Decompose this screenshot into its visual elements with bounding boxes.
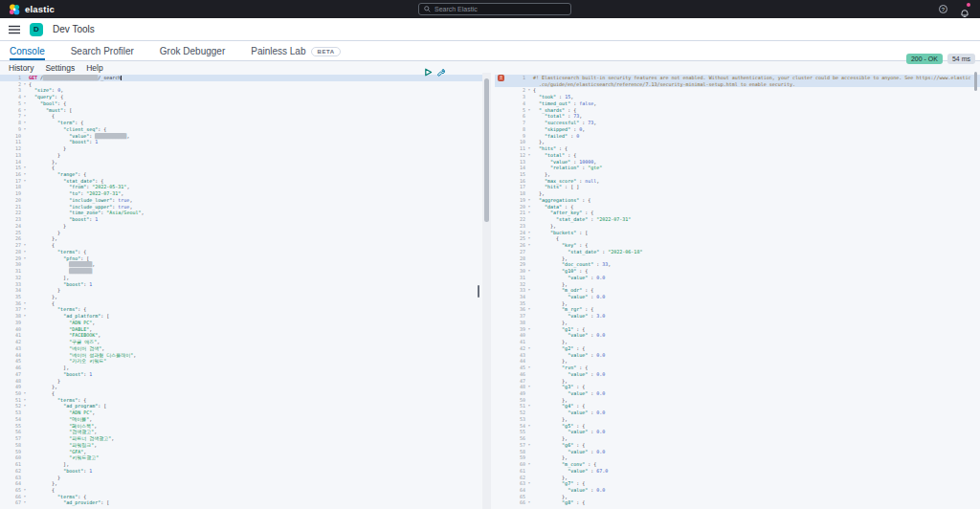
code-line[interactable]: 52 "value" : 0.0 <box>495 409 980 416</box>
notifications-icon[interactable] <box>960 5 969 14</box>
code-line[interactable]: 21▾ "after_key" : { <box>495 210 980 216</box>
code-line[interactable]: 1GET /███████████████████/_search <box>0 75 482 81</box>
fold-caret-icon[interactable] <box>21 326 29 333</box>
tab-painless-lab[interactable]: Painless Lab BETA <box>251 46 341 60</box>
fold-caret-icon[interactable]: ▾ <box>21 113 29 120</box>
code-line[interactable]: 22 "time_zone": "Asia/Seoul", <box>0 210 482 216</box>
fold-caret-icon[interactable]: ▾ <box>21 487 29 494</box>
code-line[interactable]: 19▾ "aggregations" : { <box>495 197 980 204</box>
code-line[interactable]: 16 "max_score" : null, <box>495 178 980 185</box>
fold-caret-icon[interactable] <box>525 113 533 120</box>
code-line[interactable]: 29▾ "pfno": [ <box>0 255 482 262</box>
code-line[interactable]: 26 }, <box>0 235 482 242</box>
code-line[interactable]: 49 }, <box>0 384 482 390</box>
fold-caret-icon[interactable]: ▾ <box>525 230 533 236</box>
fold-caret-icon[interactable] <box>21 365 29 371</box>
code-line[interactable]: 50 }, <box>495 397 980 404</box>
fold-caret-icon[interactable] <box>525 468 533 475</box>
code-line[interactable]: 42▾ "g2" : { <box>495 345 980 352</box>
fold-caret-icon[interactable] <box>525 261 533 268</box>
fold-caret-icon[interactable]: ▾ <box>21 178 29 185</box>
fold-caret-icon[interactable] <box>525 294 533 300</box>
fold-caret-icon[interactable]: ▾ <box>525 235 533 242</box>
code-line[interactable]: 27▾ { <box>0 242 482 249</box>
fold-caret-icon[interactable] <box>525 313 533 320</box>
fold-caret-icon[interactable]: ▾ <box>21 242 29 249</box>
fold-caret-icon[interactable]: ▾ <box>21 120 29 126</box>
fold-caret-icon[interactable]: ▾ <box>525 442 533 449</box>
code-line[interactable]: 30 ████████, <box>0 261 482 268</box>
fold-caret-icon[interactable] <box>21 223 29 230</box>
code-line[interactable]: 10 "value": ███████████, <box>0 133 482 140</box>
tab-search-profiler[interactable]: Search Profiler <box>71 46 134 60</box>
code-line[interactable]: 5▾ "bool": { <box>0 100 482 107</box>
code-line[interactable]: 60 "키워드광고" <box>0 454 482 461</box>
tab-console[interactable]: Console <box>10 46 45 60</box>
code-line[interactable]: 28▾ "terms": { <box>0 249 482 255</box>
code-line[interactable]: 24▾ "buckets" : [ <box>495 230 980 236</box>
code-line[interactable]: 45▾ "rvn" : { <box>495 365 980 371</box>
fold-caret-icon[interactable] <box>21 133 29 140</box>
code-line[interactable]: 67▾ "ad_provider": [ <box>0 499 482 506</box>
code-line[interactable]: 44 }, <box>495 358 980 365</box>
fold-caret-icon[interactable]: ▾ <box>525 107 533 114</box>
code-line[interactable]: 17▾ "stat_date": { <box>0 178 482 185</box>
code-line[interactable]: 34 "value" : 0.0 <box>495 294 980 300</box>
code-line[interactable]: 49 "value" : 0.0 <box>495 390 980 397</box>
code-line[interactable]: 6 "total" : 73, <box>495 113 980 120</box>
fold-caret-icon[interactable]: ▾ <box>525 145 533 152</box>
fold-caret-icon[interactable] <box>21 345 29 352</box>
fold-caret-icon[interactable] <box>21 190 29 197</box>
code-line[interactable]: 20 "include_lower": true, <box>0 197 482 204</box>
code-line[interactable]: 23 }, <box>495 223 980 230</box>
fold-caret-icon[interactable]: ▾ <box>21 126 29 133</box>
code-line[interactable]: 43 "value" : 0.0 <box>495 352 980 359</box>
code-line[interactable]: 7▾ { <box>0 113 482 120</box>
fold-caret-icon[interactable] <box>525 275 533 281</box>
code-line[interactable]: 42 "구글 애즈", <box>0 339 482 345</box>
global-search-input[interactable]: Search Elastic <box>418 3 571 15</box>
code-line[interactable]: 39▾ "g1" : { <box>495 326 980 333</box>
help-link[interactable]: Help <box>86 63 102 73</box>
fold-caret-icon[interactable]: ▾ <box>21 397 29 404</box>
fold-caret-icon[interactable]: ▾ <box>21 494 29 500</box>
fold-caret-icon[interactable] <box>525 475 533 481</box>
fold-caret-icon[interactable] <box>21 210 29 216</box>
code-line[interactable]: 45 "카카오 키워드" <box>0 358 482 365</box>
code-line[interactable]: 48 } <box>0 378 482 385</box>
code-line[interactable]: 64 }, <box>0 480 482 487</box>
code-line[interactable]: 32 ], <box>0 275 482 281</box>
code-line[interactable]: 29 "doc_count" : 33, <box>495 261 980 268</box>
fold-caret-icon[interactable] <box>21 384 29 390</box>
code-line[interactable]: 46 "value" : 0.0 <box>495 371 980 378</box>
fold-caret-icon[interactable]: ▾ <box>525 499 533 506</box>
fold-caret-icon[interactable]: ▾ <box>525 365 533 371</box>
code-line[interactable]: 54▾ "g5" : { <box>495 423 980 430</box>
code-line[interactable]: 17 "hits" : [ ] <box>495 184 980 190</box>
fold-caret-icon[interactable] <box>21 409 29 416</box>
code-line[interactable]: 21 "include_upper": true, <box>0 204 482 210</box>
fold-caret-icon[interactable] <box>525 339 533 345</box>
fold-caret-icon[interactable]: ▾ <box>21 300 29 307</box>
fold-caret-icon[interactable] <box>525 390 533 397</box>
fold-caret-icon[interactable] <box>525 81 533 88</box>
code-line[interactable]: 62 }, <box>495 475 980 481</box>
code-line[interactable]: 9 "failed" : 0 <box>495 133 980 140</box>
fold-caret-icon[interactable] <box>21 152 29 159</box>
fold-caret-icon[interactable] <box>525 190 533 197</box>
code-line[interactable]: 46 ], <box>0 365 482 371</box>
code-line[interactable]: 2▾{ <box>495 87 980 94</box>
fold-caret-icon[interactable] <box>525 159 533 166</box>
code-line[interactable]: 20▾ "data" : { <box>495 204 980 210</box>
code-line[interactable]: 59 }, <box>495 454 980 461</box>
fold-caret-icon[interactable]: ▾ <box>21 313 29 320</box>
fold-caret-icon[interactable] <box>21 294 29 300</box>
fold-caret-icon[interactable] <box>525 75 533 81</box>
code-line[interactable]: 53 "ADN PC", <box>0 409 482 416</box>
code-line[interactable]: 38 }, <box>495 320 980 326</box>
code-line[interactable]: 28 }, <box>495 255 980 262</box>
code-line[interactable]: 4▾ "query": { <box>0 94 482 100</box>
code-line[interactable]: 52▾ "ad_program": [ <box>0 403 482 409</box>
code-line[interactable]: 25 } <box>0 230 482 236</box>
fold-caret-icon[interactable] <box>21 339 29 345</box>
